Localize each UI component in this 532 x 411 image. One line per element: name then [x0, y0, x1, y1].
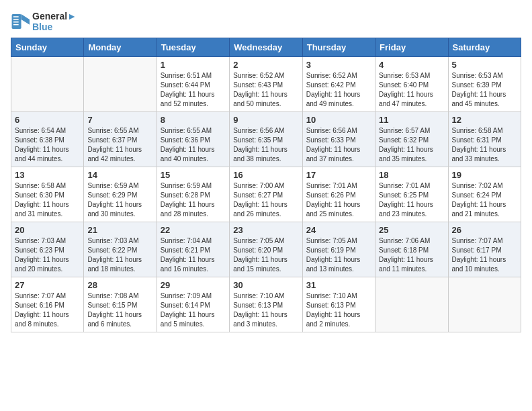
day-detail: Sunrise: 6:57 AMSunset: 6:32 PMDaylight:… — [379, 126, 444, 164]
calendar-cell: 13Sunrise: 6:58 AMSunset: 6:30 PMDayligh… — [11, 167, 84, 222]
day-number: 26 — [452, 225, 517, 235]
calendar-cell: 16Sunrise: 7:00 AMSunset: 6:27 PMDayligh… — [230, 167, 302, 222]
day-number: 18 — [379, 170, 444, 180]
calendar-cell: 28Sunrise: 7:08 AMSunset: 6:15 PMDayligh… — [84, 277, 157, 332]
day-detail: Sunrise: 7:05 AMSunset: 6:19 PMDaylight:… — [306, 236, 371, 274]
day-number: 7 — [87, 115, 152, 125]
calendar-cell: 5Sunrise: 6:53 AMSunset: 6:39 PMDaylight… — [448, 57, 521, 112]
day-detail: Sunrise: 6:52 AMSunset: 6:42 PMDaylight:… — [306, 71, 371, 109]
calendar-cell: 2Sunrise: 6:52 AMSunset: 6:43 PMDaylight… — [230, 57, 302, 112]
day-number: 4 — [379, 60, 444, 70]
calendar-cell: 4Sunrise: 6:53 AMSunset: 6:40 PMDaylight… — [375, 57, 448, 112]
day-detail: Sunrise: 6:59 AMSunset: 6:28 PMDaylight:… — [161, 181, 226, 219]
calendar-cell: 18Sunrise: 7:01 AMSunset: 6:25 PMDayligh… — [375, 167, 448, 222]
calendar-cell: 24Sunrise: 7:05 AMSunset: 6:19 PMDayligh… — [302, 222, 375, 277]
calendar-cell: 14Sunrise: 6:59 AMSunset: 6:29 PMDayligh… — [84, 167, 157, 222]
day-detail: Sunrise: 7:06 AMSunset: 6:18 PMDaylight:… — [379, 236, 444, 274]
logo-icon — [11, 12, 30, 31]
calendar-cell — [11, 57, 84, 112]
day-detail: Sunrise: 7:01 AMSunset: 6:26 PMDaylight:… — [306, 181, 371, 219]
logo-text: General► Blue — [32, 11, 77, 32]
weekday-header: Friday — [375, 38, 448, 57]
calendar-cell: 8Sunrise: 6:55 AMSunset: 6:36 PMDaylight… — [157, 112, 229, 167]
day-number: 19 — [452, 170, 517, 180]
calendar-cell: 27Sunrise: 7:07 AMSunset: 6:16 PMDayligh… — [11, 277, 84, 332]
day-number: 31 — [306, 280, 371, 290]
day-number: 27 — [15, 280, 80, 290]
day-detail: Sunrise: 7:07 AMSunset: 6:17 PMDaylight:… — [452, 236, 517, 274]
day-detail: Sunrise: 6:54 AMSunset: 6:38 PMDaylight:… — [15, 126, 80, 164]
weekday-header: Wednesday — [230, 38, 302, 57]
day-number: 3 — [306, 60, 371, 70]
day-number: 13 — [15, 170, 80, 180]
day-detail: Sunrise: 6:58 AMSunset: 6:30 PMDaylight:… — [15, 181, 80, 219]
calendar-cell: 7Sunrise: 6:55 AMSunset: 6:37 PMDaylight… — [84, 112, 157, 167]
calendar-cell — [448, 277, 521, 332]
day-number: 9 — [233, 115, 298, 125]
svg-rect-5 — [13, 21, 19, 23]
day-detail: Sunrise: 6:58 AMSunset: 6:31 PMDaylight:… — [452, 126, 517, 164]
day-number: 17 — [306, 170, 371, 180]
day-number: 15 — [161, 170, 226, 180]
day-detail: Sunrise: 7:00 AMSunset: 6:27 PMDaylight:… — [233, 181, 298, 219]
calendar-cell: 6Sunrise: 6:54 AMSunset: 6:38 PMDaylight… — [11, 112, 84, 167]
calendar-cell: 19Sunrise: 7:02 AMSunset: 6:24 PMDayligh… — [448, 167, 521, 222]
day-number: 30 — [233, 280, 298, 290]
day-number: 10 — [306, 115, 371, 125]
day-number: 5 — [452, 60, 517, 70]
day-detail: Sunrise: 6:59 AMSunset: 6:29 PMDaylight:… — [87, 181, 152, 219]
svg-rect-4 — [13, 19, 19, 20]
svg-rect-3 — [13, 16, 19, 17]
day-detail: Sunrise: 7:05 AMSunset: 6:20 PMDaylight:… — [233, 236, 298, 274]
day-detail: Sunrise: 6:56 AMSunset: 6:35 PMDaylight:… — [233, 126, 298, 164]
day-detail: Sunrise: 7:03 AMSunset: 6:22 PMDaylight:… — [87, 236, 152, 274]
day-number: 16 — [233, 170, 298, 180]
day-number: 11 — [379, 115, 444, 125]
day-detail: Sunrise: 7:08 AMSunset: 6:15 PMDaylight:… — [87, 291, 152, 329]
weekday-header: Tuesday — [157, 38, 229, 57]
calendar-cell: 10Sunrise: 6:56 AMSunset: 6:33 PMDayligh… — [302, 112, 375, 167]
day-number: 24 — [306, 225, 371, 235]
calendar-cell: 22Sunrise: 7:04 AMSunset: 6:21 PMDayligh… — [157, 222, 229, 277]
calendar-cell — [84, 57, 157, 112]
day-number: 22 — [161, 225, 226, 235]
day-number: 12 — [452, 115, 517, 125]
day-number: 1 — [161, 60, 226, 70]
day-detail: Sunrise: 7:09 AMSunset: 6:14 PMDaylight:… — [161, 291, 226, 329]
day-detail: Sunrise: 6:56 AMSunset: 6:33 PMDaylight:… — [306, 126, 371, 164]
calendar-cell: 21Sunrise: 7:03 AMSunset: 6:22 PMDayligh… — [84, 222, 157, 277]
day-detail: Sunrise: 7:02 AMSunset: 6:24 PMDaylight:… — [452, 181, 517, 219]
weekday-header: Thursday — [302, 38, 375, 57]
day-number: 25 — [379, 225, 444, 235]
weekday-header: Saturday — [448, 38, 521, 57]
day-detail: Sunrise: 6:55 AMSunset: 6:37 PMDaylight:… — [87, 126, 152, 164]
day-number: 23 — [233, 225, 298, 235]
header: General► Blue — [11, 11, 521, 32]
calendar-cell: 17Sunrise: 7:01 AMSunset: 6:26 PMDayligh… — [302, 167, 375, 222]
calendar-cell: 30Sunrise: 7:10 AMSunset: 6:13 PMDayligh… — [230, 277, 302, 332]
day-number: 14 — [87, 170, 152, 180]
calendar-table: SundayMondayTuesdayWednesdayThursdayFrid… — [11, 38, 521, 332]
day-number: 28 — [87, 280, 152, 290]
logo: General► Blue — [11, 11, 77, 32]
svg-rect-6 — [13, 24, 19, 26]
day-number: 21 — [87, 225, 152, 235]
calendar-cell: 29Sunrise: 7:09 AMSunset: 6:14 PMDayligh… — [157, 277, 229, 332]
day-detail: Sunrise: 6:51 AMSunset: 6:44 PMDaylight:… — [161, 71, 226, 109]
day-detail: Sunrise: 7:03 AMSunset: 6:23 PMDaylight:… — [15, 236, 80, 274]
calendar-cell: 11Sunrise: 6:57 AMSunset: 6:32 PMDayligh… — [375, 112, 448, 167]
calendar-cell: 25Sunrise: 7:06 AMSunset: 6:18 PMDayligh… — [375, 222, 448, 277]
day-detail: Sunrise: 7:07 AMSunset: 6:16 PMDaylight:… — [15, 291, 80, 329]
day-detail: Sunrise: 7:01 AMSunset: 6:25 PMDaylight:… — [379, 181, 444, 219]
day-number: 2 — [233, 60, 298, 70]
weekday-header: Sunday — [11, 38, 84, 57]
calendar-cell: 20Sunrise: 7:03 AMSunset: 6:23 PMDayligh… — [11, 222, 84, 277]
day-number: 29 — [161, 280, 226, 290]
calendar-cell: 9Sunrise: 6:56 AMSunset: 6:35 PMDaylight… — [230, 112, 302, 167]
day-detail: Sunrise: 6:53 AMSunset: 6:39 PMDaylight:… — [452, 71, 517, 109]
day-detail: Sunrise: 6:53 AMSunset: 6:40 PMDaylight:… — [379, 71, 444, 109]
calendar-cell: 12Sunrise: 6:58 AMSunset: 6:31 PMDayligh… — [448, 112, 521, 167]
day-detail: Sunrise: 7:10 AMSunset: 6:13 PMDaylight:… — [306, 291, 371, 329]
calendar-cell: 31Sunrise: 7:10 AMSunset: 6:13 PMDayligh… — [302, 277, 375, 332]
day-number: 6 — [15, 115, 80, 125]
